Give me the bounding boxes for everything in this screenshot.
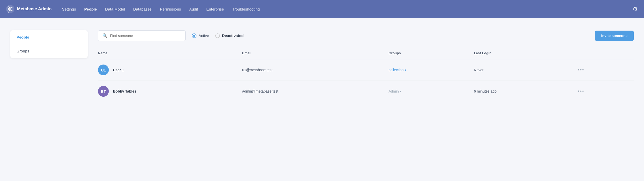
- group-link[interactable]: collection ▾: [389, 68, 466, 72]
- sidebar-item-people[interactable]: People: [10, 30, 88, 44]
- brand-icon: [6, 5, 14, 13]
- user-actions-1: •••: [572, 59, 634, 81]
- nav-people[interactable]: People: [84, 7, 97, 11]
- radio-active-label: Active: [199, 33, 209, 38]
- table-row: BT Bobby Tables admin@metabase.test Admi…: [98, 81, 634, 102]
- col-actions: [572, 49, 634, 59]
- radio-deactivated-circle: [215, 33, 220, 38]
- col-name: Name: [98, 49, 238, 59]
- more-options-button[interactable]: •••: [576, 88, 587, 95]
- search-icon: 🔍: [102, 33, 108, 38]
- user-actions-2: •••: [572, 81, 634, 102]
- search-box[interactable]: 🔍: [98, 30, 186, 41]
- user-cell-2: BT Bobby Tables: [98, 81, 238, 102]
- table-row: U1 User 1 u1@metabase.test collection ▾ …: [98, 59, 634, 81]
- chevron-down-icon: ▾: [405, 68, 406, 72]
- radio-active[interactable]: Active: [192, 33, 209, 38]
- user-email-1: u1@metabase.test: [238, 59, 384, 81]
- settings-icon[interactable]: ⚙: [633, 6, 638, 12]
- table-header-row: Name Email Groups Last Login: [98, 49, 634, 59]
- col-email: Email: [238, 49, 384, 59]
- nav-audit[interactable]: Audit: [189, 7, 198, 11]
- radio-deactivated-label: Deactivated: [222, 33, 244, 38]
- nav-databases[interactable]: Databases: [133, 7, 152, 11]
- main-content: People Groups 🔍 Active Deactivated: [0, 18, 644, 112]
- invite-someone-button[interactable]: Invite someone: [595, 31, 634, 41]
- avatar: BT: [98, 86, 109, 97]
- admin-group-link[interactable]: Admin ▾: [389, 89, 466, 93]
- chevron-down-icon: ▾: [400, 90, 401, 93]
- radio-active-circle: [192, 33, 196, 38]
- sidebar: People Groups: [10, 30, 88, 102]
- col-last-login: Last Login: [470, 49, 572, 59]
- user-last-login-2: 6 minutes ago: [470, 81, 572, 102]
- user-email-2: admin@metabase.test: [238, 81, 384, 102]
- user-group-1: collection ▾: [384, 59, 470, 81]
- svg-point-0: [6, 5, 14, 13]
- people-table: Name Email Groups Last Login U1 Us: [98, 49, 634, 102]
- user-last-login-1: Never: [470, 59, 572, 81]
- brand-name: Metabase Admin: [17, 6, 52, 12]
- nav-enterprise[interactable]: Enterprise: [206, 7, 224, 11]
- search-input[interactable]: [110, 34, 181, 38]
- radio-group: Active Deactivated: [192, 33, 589, 38]
- more-options-button[interactable]: •••: [576, 66, 587, 74]
- radio-deactivated[interactable]: Deactivated: [215, 33, 244, 38]
- user-cell-1: U1 User 1: [98, 59, 238, 81]
- user-group-2: Admin ▾: [384, 81, 470, 102]
- user-name: User 1: [113, 68, 124, 72]
- sidebar-card: People Groups: [10, 30, 88, 58]
- nav-data-model[interactable]: Data Model: [105, 7, 125, 11]
- navbar: Metabase Admin Settings People Data Mode…: [0, 0, 644, 18]
- avatar: U1: [98, 65, 109, 75]
- people-content: 🔍 Active Deactivated Invite someone Name: [98, 30, 634, 102]
- brand[interactable]: Metabase Admin: [6, 5, 52, 13]
- toolbar: 🔍 Active Deactivated Invite someone: [98, 30, 634, 41]
- col-groups: Groups: [384, 49, 470, 59]
- nav-right: ⚙: [633, 6, 638, 12]
- nav-settings[interactable]: Settings: [62, 7, 76, 11]
- nav-links: Settings People Data Model Databases Per…: [62, 7, 633, 11]
- nav-troubleshooting[interactable]: Troubleshooting: [232, 7, 260, 11]
- user-name: Bobby Tables: [113, 89, 136, 93]
- nav-permissions[interactable]: Permissions: [160, 7, 181, 11]
- sidebar-item-groups[interactable]: Groups: [10, 44, 88, 58]
